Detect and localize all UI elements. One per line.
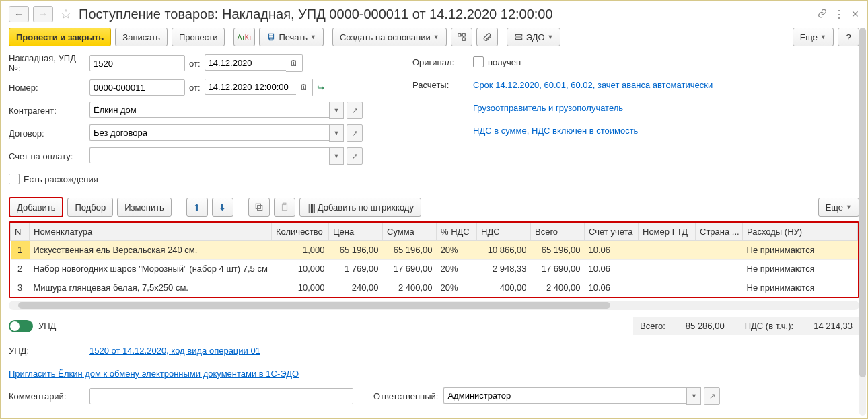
shipper-link[interactable]: Грузоотправитель и грузополучатель [473, 103, 623, 113]
edo-button[interactable]: ЭДО▼ [507, 28, 561, 46]
post-and-close-button[interactable]: Провести и закрыть [9, 28, 111, 46]
calendar-icon[interactable]: 🗓 [286, 54, 303, 72]
nav-forward-button[interactable]: → [33, 6, 53, 22]
help-label: ? [846, 32, 851, 42]
invoice-pay-dropdown-icon[interactable]: ▼ [329, 147, 344, 165]
add-barcode-button[interactable]: ||||| Добавить по штрихкоду [299, 198, 421, 217]
counterparty-label: Контрагент: [9, 106, 89, 116]
original-received-label: получен [488, 57, 521, 67]
col-item[interactable]: Номенклатура [30, 223, 272, 241]
col-expenses[interactable]: Расходы (НУ) [743, 223, 858, 241]
col-qty[interactable]: Количество [272, 223, 329, 241]
post-button[interactable]: Провести [172, 28, 225, 46]
add-row-button[interactable]: Добавить [9, 197, 63, 217]
fill-icon[interactable]: ↪ [317, 83, 324, 93]
table-row[interactable]: 2Набор новогодних шаров "Морозный" (набо… [11, 260, 858, 278]
col-n[interactable]: N [11, 223, 30, 241]
invoice-pay-open-icon[interactable]: ↗ [347, 147, 363, 165]
total-value: 85 286,00 [686, 321, 725, 331]
responsible-dropdown-icon[interactable]: ▼ [686, 387, 701, 405]
vat-link[interactable]: НДС в сумме, НДС включен в стоимость [473, 126, 638, 136]
contract-open-icon[interactable]: ↗ [347, 124, 363, 142]
add-barcode-label: Добавить по штрихкоду [318, 202, 414, 213]
col-total[interactable]: Всего [531, 223, 585, 241]
attachment-button[interactable] [476, 28, 498, 46]
number-field[interactable] [89, 79, 185, 96]
col-vat[interactable]: НДС [477, 223, 531, 241]
favorite-star-icon[interactable]: ☆ [60, 6, 72, 22]
col-sum[interactable]: Сумма [383, 223, 437, 241]
toolbar-more-label: Еще [800, 32, 818, 42]
table-row[interactable]: 3Мишура глянцевая белая, 7,5х250 см.10,0… [11, 278, 858, 297]
comment-field[interactable] [89, 388, 353, 404]
upd-toggle[interactable] [9, 320, 33, 332]
help-button[interactable]: ? [838, 28, 859, 46]
cell-sum: 2 400,00 [383, 278, 437, 297]
counterparty-dropdown-icon[interactable]: ▼ [329, 102, 344, 119]
dtkt-button[interactable]: АтКт [233, 28, 255, 46]
contract-field[interactable] [89, 124, 329, 141]
vertical-scrollbar[interactable] [859, 28, 866, 416]
items-table: N Номенклатура Количество Цена Сумма % Н… [9, 221, 859, 298]
contract-label: Договор: [9, 128, 89, 139]
print-button[interactable]: Печать▼ [259, 28, 324, 46]
cell-vat: 2 948,33 [477, 260, 531, 278]
cell-n: 2 [11, 260, 30, 278]
cell-total: 2 400,00 [531, 278, 585, 297]
cell-country [696, 241, 743, 260]
original-received-checkbox[interactable] [473, 56, 484, 67]
col-price[interactable]: Цена [329, 223, 383, 241]
edit-row-button[interactable]: Изменить [117, 198, 172, 217]
link-icon[interactable] [818, 9, 827, 20]
cell-expenses: Не принимаются [743, 241, 858, 260]
cell-price: 65 196,00 [329, 241, 383, 260]
upd-link[interactable]: 1520 от 14.12.2020, код вида операции 01 [89, 346, 260, 356]
create-based-button[interactable]: Создать на основании▼ [332, 28, 447, 46]
responsible-field[interactable] [443, 387, 686, 404]
svg-rect-4 [462, 38, 465, 40]
upd-toggle-label: УПД [38, 321, 56, 331]
nav-back-button[interactable]: ← [9, 6, 29, 22]
table-row[interactable]: 1Искусственная ель Версальская 240 см.1,… [11, 241, 858, 260]
calendar-icon-2[interactable]: 🗓 [296, 79, 313, 96]
number-date-field[interactable] [205, 79, 296, 95]
pick-label: Подбор [75, 202, 106, 213]
col-account[interactable]: Счет учета [585, 223, 639, 241]
write-button[interactable]: Записать [115, 28, 168, 46]
discrepancies-checkbox[interactable] [9, 174, 20, 184]
vat-total-label: НДС (в т.ч.): [745, 321, 794, 331]
edo-invite-link[interactable]: Пригласить Ёлкин дом к обмену электронны… [9, 369, 299, 379]
upd-label: УПД: [9, 346, 89, 356]
col-country[interactable]: Страна ... [696, 223, 743, 241]
svg-rect-5 [515, 35, 521, 36]
copy-button[interactable] [248, 198, 270, 217]
original-label: Оригинал: [412, 57, 473, 67]
contract-dropdown-icon[interactable]: ▼ [329, 124, 344, 142]
svg-rect-6 [515, 38, 521, 39]
counterparty-field[interactable] [89, 102, 329, 118]
related-docs-button[interactable] [451, 28, 472, 46]
cell-account: 10.06 [585, 278, 639, 297]
window-close-icon[interactable]: ✕ [851, 9, 859, 20]
toolbar-more-button[interactable]: Еще▼ [793, 28, 834, 46]
invoice-pay-field[interactable] [89, 147, 329, 163]
invoice-date-field[interactable] [205, 54, 286, 71]
col-vatpct[interactable]: % НДС [437, 223, 477, 241]
table-more-button[interactable]: Еще▼ [818, 198, 859, 217]
responsible-open-icon[interactable]: ↗ [704, 387, 720, 405]
paste-button[interactable] [274, 198, 295, 217]
move-up-button[interactable]: ⬆ [186, 198, 208, 217]
cell-total: 17 690,00 [531, 260, 585, 278]
counterparty-open-icon[interactable]: ↗ [347, 102, 363, 119]
col-gtd[interactable]: Номер ГТД [639, 223, 696, 241]
invoice-no-field[interactable] [89, 55, 185, 71]
cell-n: 1 [11, 241, 30, 260]
move-down-button[interactable]: ⬇ [212, 198, 233, 217]
horizontal-scrollbar[interactable] [9, 301, 859, 310]
window-more-icon[interactable]: ⋮ [834, 8, 844, 21]
calc-link[interactable]: Срок 14.12.2020, 60.01, 60.02, зачет ава… [473, 80, 713, 90]
invoice-no-label: Накладная, УПД №: [9, 53, 89, 73]
cell-qty: 10,000 [272, 278, 329, 297]
edo-label: ЭДО [526, 32, 545, 42]
pick-button[interactable]: Подбор [67, 198, 113, 217]
